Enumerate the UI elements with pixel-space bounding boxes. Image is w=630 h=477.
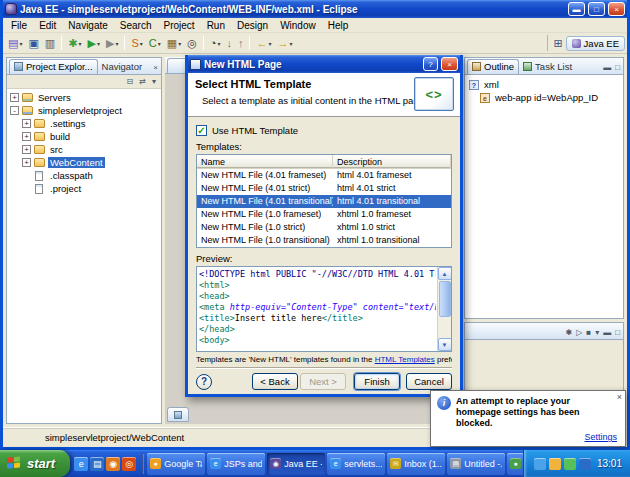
view-menu-icon[interactable]: ▾ — [151, 78, 157, 86]
close-button[interactable]: × — [608, 2, 625, 16]
expander-icon[interactable]: + — [22, 158, 31, 167]
task-servlets[interactable]: eservlets.... — [327, 453, 385, 475]
view-menu-icon[interactable]: ▾ — [594, 329, 600, 337]
cancel-button[interactable]: Cancel — [406, 373, 452, 390]
debug-view-icon[interactable]: ✱ — [564, 329, 573, 337]
tree-item-simpleservletproject[interactable]: -simpleservletproject — [7, 104, 161, 117]
template-row-new-html-file-1-0-strict[interactable]: New HTML File (1.0 strict)xhtml 1.0 stri… — [197, 221, 451, 234]
menu-search[interactable]: Search — [114, 19, 158, 32]
scroll-down-icon[interactable]: ▼ — [438, 338, 452, 351]
open-perspective-icon[interactable]: ⊞ — [553, 37, 562, 50]
expander-icon[interactable]: + — [22, 145, 31, 154]
new-class-icon[interactable]: C▾ — [146, 34, 164, 52]
tree-item-servers[interactable]: +Servers — [7, 91, 161, 104]
template-row-new-html-file-4-01-transitional[interactable]: New HTML File (4.01 transitional)html 4.… — [197, 195, 451, 208]
use-template-checkbox[interactable]: ✓ — [196, 125, 207, 136]
maximize-view-icon[interactable]: □ — [614, 329, 621, 337]
settings-link[interactable]: Settings — [584, 432, 617, 442]
task-jsps-and[interactable]: eJSPs and ... — [207, 453, 265, 475]
task-untitled[interactable]: ▤Untitled -... — [447, 453, 505, 475]
show-desktop-icon[interactable]: ▤ — [90, 457, 104, 471]
template-row-new-html-file-4-01-frameset[interactable]: New HTML File (4.01 frameset)html 4.01 f… — [197, 169, 451, 182]
start-button[interactable]: start — [0, 450, 70, 477]
finish-button[interactable]: Finish — [354, 373, 400, 390]
outline-item-web-app-id-webapp-id[interactable]: eweb-app id=WebApp_ID — [465, 91, 623, 104]
menu-edit[interactable]: Edit — [33, 19, 62, 32]
menu-file[interactable]: File — [5, 19, 33, 32]
expander-icon[interactable]: + — [22, 119, 31, 128]
tree-item-project[interactable]: .project — [7, 182, 161, 195]
new-package-icon[interactable]: ▦▾ — [164, 34, 184, 52]
menu-window[interactable]: Window — [274, 19, 322, 32]
notification-close-icon[interactable]: × — [617, 393, 622, 402]
expander-icon[interactable]: + — [22, 132, 31, 141]
menu-navigate[interactable]: Navigate — [62, 19, 113, 32]
template-row-new-html-file-1-0-transitional[interactable]: New HTML File (1.0 transitional)xhtml 1.… — [197, 234, 451, 247]
forward-icon[interactable]: →▾ — [274, 34, 295, 52]
network-tray-icon[interactable] — [534, 458, 546, 470]
link-with-editor-icon[interactable]: ⇄ — [138, 78, 147, 86]
back-icon[interactable]: ←▾ — [253, 34, 274, 52]
bottom-view-tab[interactable] — [167, 407, 189, 422]
use-template-checkbox-row[interactable]: ✓ Use HTML Template — [196, 125, 452, 136]
new-servlet-icon[interactable]: S▾ — [128, 34, 145, 52]
menu-project[interactable]: Project — [158, 19, 201, 32]
tab-project-explorer[interactable]: Project Explor... — [9, 59, 98, 74]
maximize-button[interactable]: □ — [588, 2, 605, 16]
next-annotation-icon[interactable]: ↓ — [223, 34, 235, 52]
expander-icon[interactable]: + — [10, 93, 19, 102]
menu-design[interactable]: Design — [231, 19, 274, 32]
menu-run[interactable]: Run — [201, 19, 231, 32]
open-type-icon[interactable]: ◎ — [184, 34, 200, 52]
minimize-button[interactable]: ▬ — [568, 2, 585, 16]
minimize-view-icon[interactable]: ▬ — [602, 329, 612, 337]
close-view-icon[interactable]: × — [152, 64, 159, 72]
external-tools-icon[interactable]: ▶▾ — [103, 34, 121, 52]
template-row-new-html-file-4-01-strict[interactable]: New HTML File (4.01 strict)html 4.01 str… — [197, 182, 451, 195]
print-icon[interactable]: ▥ — [42, 34, 58, 52]
prev-annotation-icon[interactable]: ↑ — [235, 34, 247, 52]
tree-item-src[interactable]: +src — [7, 143, 161, 156]
dialog-close-button[interactable]: × — [441, 57, 458, 71]
stop-view-icon[interactable]: ■ — [585, 329, 592, 337]
scroll-up-icon[interactable]: ▲ — [438, 267, 452, 280]
tab-navigator[interactable]: Navigator — [98, 60, 147, 74]
debug-icon[interactable]: ✱▾ — [65, 34, 84, 52]
search-icon[interactable]: ◔▾ — [207, 34, 224, 52]
task-inbox-1[interactable]: ✉Inbox (1... — [387, 453, 445, 475]
tab-outline[interactable]: Outline — [467, 59, 519, 74]
security-shield-icon[interactable] — [549, 458, 561, 470]
menu-help[interactable]: Help — [322, 19, 355, 32]
media-player-icon[interactable]: ◉ — [106, 457, 120, 471]
expander-icon[interactable]: - — [10, 106, 19, 115]
help-button[interactable]: ? — [196, 374, 212, 390]
tree-item-build[interactable]: +build — [7, 130, 161, 143]
column-header-name[interactable]: Name — [197, 155, 333, 168]
volume-icon[interactable] — [579, 458, 591, 470]
task-java-ee[interactable]: ◉Java EE -... — [267, 453, 325, 475]
next-button[interactable]: Next > — [300, 373, 346, 390]
maximize-view-icon[interactable]: □ — [614, 64, 621, 72]
tree-item-webcontent[interactable]: +WebContent — [7, 156, 161, 169]
minimize-view-icon[interactable]: ▬ — [602, 64, 612, 72]
save-icon[interactable]: ▣ — [25, 34, 41, 52]
new-wizard-icon[interactable]: ▤▾ — [5, 34, 25, 52]
perspective-java-ee-button[interactable]: Java EE — [566, 36, 625, 51]
html-templates-link[interactable]: HTML Templates — [375, 355, 435, 364]
back-button[interactable]: < Back — [252, 373, 298, 390]
preview-scrollbar[interactable]: ▲ ▼ — [437, 267, 451, 351]
tree-item-settings[interactable]: +.settings — [7, 117, 161, 130]
ie-icon[interactable]: e — [74, 457, 88, 471]
tree-item-classpath[interactable]: .classpath — [7, 169, 161, 182]
run-icon[interactable]: ▶▾ — [84, 34, 102, 52]
task-raj[interactable]: ●raj — [507, 453, 523, 475]
collapse-all-icon[interactable]: ⊟ — [126, 78, 135, 86]
outline-item-xml[interactable]: ?xml — [465, 78, 623, 91]
run-view-icon[interactable]: ▷ — [575, 329, 583, 337]
dialog-titlebar[interactable]: New HTML Page ? × — [188, 55, 460, 73]
task-google-talk[interactable]: ●Google Talk — [147, 453, 205, 475]
window-titlebar[interactable]: Java EE - simpleservletproject/WebConten… — [3, 0, 627, 18]
messenger-tray-icon[interactable] — [564, 458, 576, 470]
template-row-new-html-file-1-0-frameset[interactable]: New HTML File (1.0 frameset)xhtml 1.0 fr… — [197, 208, 451, 221]
firefox-icon[interactable]: ◎ — [122, 457, 136, 471]
